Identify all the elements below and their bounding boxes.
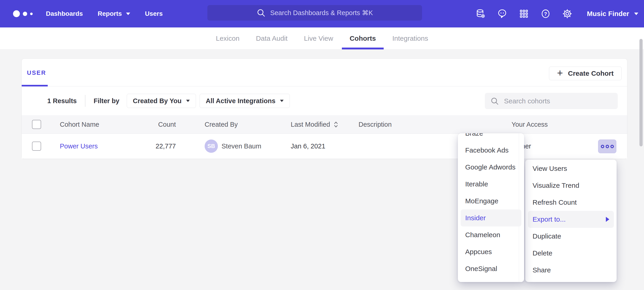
svg-text:?: ?: [544, 11, 547, 17]
create-cohort-button[interactable]: + Create Cohort: [549, 67, 622, 80]
menu-item-share[interactable]: Share: [528, 262, 614, 278]
nav-link-dashboards[interactable]: Dashboards: [46, 10, 83, 17]
column-description: Description: [358, 121, 392, 128]
submenu-item-moengage[interactable]: MoEngage: [460, 193, 521, 210]
row-more-actions-button[interactable]: [598, 139, 616, 153]
column-cohort-name: Cohort Name: [60, 121, 99, 128]
caret-down-icon: [634, 13, 638, 15]
select-all-checkbox[interactable]: [32, 120, 41, 129]
table-row: Power Users 22,777 SB Steven Baum Jan 6,…: [22, 134, 627, 159]
cohort-search-input[interactable]: [485, 93, 618, 109]
tab-data-audit[interactable]: Data Audit: [248, 28, 296, 49]
menu-item-export-to[interactable]: Export to...: [528, 211, 614, 228]
tab-integrations[interactable]: Integrations: [384, 28, 436, 49]
caret-down-icon: [126, 13, 130, 15]
feedback-icon[interactable]: [497, 9, 508, 19]
apps-grid-icon[interactable]: [519, 9, 529, 19]
plus-icon: +: [557, 68, 563, 78]
submenu-scrollbar[interactable]: [640, 39, 643, 146]
help-icon[interactable]: ?: [540, 9, 551, 19]
cohort-count: 22,777: [126, 142, 176, 150]
menu-item-refresh-count[interactable]: Refresh Count: [528, 194, 614, 211]
project-name: Music Finder: [587, 10, 629, 18]
filter-row: 1 Results Filter by Created By You All A…: [22, 86, 627, 115]
logo-dot-medium: [23, 12, 27, 16]
created-by-name: Steven Baum: [222, 142, 261, 150]
export-submenu: Braze Facebook Ads Google Adwords Iterab…: [458, 133, 524, 282]
divider: [85, 95, 86, 107]
row-checkbox[interactable]: [32, 141, 41, 151]
user-section-tab-underline: [22, 85, 48, 86]
cohort-search: [485, 93, 618, 109]
global-search-bar[interactable]: Search Dashboards & Reports ⌘K: [207, 5, 422, 21]
logo-dot-small: [30, 13, 33, 15]
logo-dot-large: [13, 10, 20, 17]
integrations-filter-dropdown[interactable]: All Active Integrations: [200, 94, 290, 108]
caret-down-icon: [280, 100, 284, 102]
tab-cohorts[interactable]: Cohorts: [342, 28, 384, 49]
user-section-tab[interactable]: USER: [27, 69, 46, 76]
nav-right-cluster: ? Music Finder: [475, 0, 638, 28]
column-your-access: Your Access: [512, 121, 548, 128]
export-submenu-list: Braze Facebook Ads Google Adwords Iterab…: [458, 133, 524, 277]
avatar: SB: [204, 139, 218, 153]
project-switcher[interactable]: Music Finder: [587, 10, 638, 18]
table-header: Cohort Name Count Created By Last Modifi…: [22, 115, 627, 134]
section-tabbar: Lexicon Data Audit Live View Cohorts Int…: [0, 28, 644, 50]
submenu-item-chameleon[interactable]: Chameleon: [460, 226, 521, 243]
more-actions-icon: [601, 145, 604, 148]
tab-live-view[interactable]: Live View: [296, 28, 342, 49]
row-context-menu: View Users Visualize Trend Refresh Count…: [525, 160, 616, 282]
submenu-item-iterable[interactable]: Iterable: [460, 176, 521, 193]
submenu-item-google-adwords[interactable]: Google Adwords: [460, 159, 521, 176]
menu-item-visualize-trend[interactable]: Visualize Trend: [528, 177, 614, 194]
global-search-placeholder: Search Dashboards & Reports ⌘K: [270, 9, 373, 17]
column-count: Count: [126, 121, 176, 128]
results-count: 1 Results: [47, 97, 77, 105]
mixpanel-dots-logo[interactable]: [13, 10, 33, 17]
search-icon: [490, 97, 499, 105]
filter-by-label: Filter by: [94, 97, 120, 105]
search-icon: [256, 8, 266, 17]
submenu-item-facebook-ads[interactable]: Facebook Ads: [460, 142, 521, 159]
settings-icon[interactable]: [562, 9, 572, 19]
menu-item-delete[interactable]: Delete: [528, 245, 614, 262]
created-by-cell: SB Steven Baum: [204, 139, 261, 153]
submenu-item-insider[interactable]: Insider: [460, 210, 521, 226]
submenu-arrow-icon: [606, 217, 609, 222]
column-last-modified[interactable]: Last Modified: [291, 121, 338, 128]
nav-link-reports[interactable]: Reports: [98, 10, 130, 17]
menu-item-duplicate[interactable]: Duplicate: [528, 228, 614, 245]
cohorts-card: USER + Create Cohort 1 Results Filter by…: [22, 59, 627, 159]
column-created-by: Created By: [204, 121, 238, 128]
caret-down-icon: [186, 100, 190, 102]
menu-item-view-users[interactable]: View Users: [528, 160, 614, 177]
submenu-item-braze[interactable]: Braze: [460, 133, 521, 142]
data-settings-icon[interactable]: [475, 9, 486, 19]
submenu-item-onesignal[interactable]: OneSignal: [460, 260, 521, 277]
submenu-item-appcues[interactable]: Appcues: [460, 243, 521, 260]
top-nav: Dashboards Reports Users Search Dashboar…: [0, 0, 644, 28]
last-modified-cell: Jan 6, 2021: [291, 142, 326, 150]
created-by-filter-dropdown[interactable]: Created By You: [127, 94, 196, 108]
cohorts-card-header: USER + Create Cohort: [22, 59, 627, 86]
sort-icon: [334, 121, 338, 128]
cohort-name-link[interactable]: Power Users: [60, 142, 98, 150]
tab-lexicon[interactable]: Lexicon: [208, 28, 248, 49]
nav-links: Dashboards Reports Users: [46, 10, 162, 17]
nav-link-users[interactable]: Users: [145, 10, 163, 17]
